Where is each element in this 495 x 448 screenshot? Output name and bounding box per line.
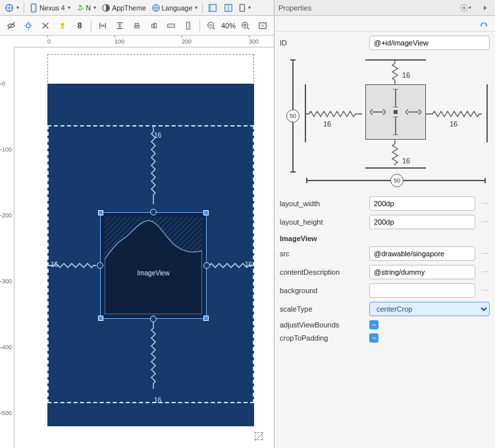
vertical-bias-knob[interactable]: 50 [286,109,300,123]
design-top-toolbar: Nexus 4 N AppTheme Language [0,0,274,16]
zoom-level: 40% [221,22,236,30]
id-field[interactable] [369,36,490,50]
svg-rect-22 [261,24,264,27]
constraint-anchor-top[interactable] [150,209,157,215]
device-picker[interactable]: Nexus 4 [27,1,72,14]
contentdesc-field[interactable] [369,265,475,279]
minimize-panel-icon[interactable] [477,1,491,15]
resize-handle-tr[interactable] [203,210,209,215]
theme-picker[interactable]: AppTheme [99,1,147,14]
align-v-icon[interactable] [147,18,161,33]
margin-right-label: 16 [245,261,252,268]
design-mode-icon[interactable] [205,1,220,15]
constraint-anchor-right[interactable] [203,262,210,269]
src-field[interactable] [369,246,475,261]
cw-margin-right[interactable]: 16 [450,120,457,128]
design-canvas[interactable]: 0 100 200 300 0 100 200 300 400 500 [0,36,274,448]
more-src-icon[interactable]: ⋯ [479,248,490,259]
zoom-fit-icon[interactable] [255,18,270,33]
orientation-icon[interactable] [237,1,251,15]
svg-rect-14 [135,26,140,28]
constraint-anchor-left[interactable] [97,262,103,269]
constraint-box[interactable] [365,84,426,140]
src-label: src [280,250,365,258]
more-width-icon[interactable]: ⋯ [479,198,490,209]
device-corner-marker [255,432,263,440]
resize-handle-tl[interactable] [98,210,103,215]
margin-top-label: 16 [154,132,161,139]
svg-rect-9 [240,4,245,11]
svg-rect-1 [32,3,36,11]
properties-header: Properties ▾ [274,0,495,16]
imageview-label: ImageView [101,269,206,277]
id-label: ID [280,39,365,47]
infer-constraints-icon[interactable] [55,18,70,33]
layout-height-field[interactable] [369,215,475,229]
svg-rect-13 [135,23,138,25]
pack-h-icon[interactable] [95,18,110,33]
default-margin[interactable]: 8 [72,18,87,33]
svg-rect-6 [209,4,212,11]
pack-v-icon[interactable] [113,18,127,33]
margin-left-label: 16 [51,261,58,268]
settings-icon[interactable]: ▾ [458,1,473,15]
margin-bottom-label: 16 [154,397,161,404]
svg-point-2 [79,5,82,7]
contentdesc-label: contentDescription [280,268,365,276]
toggle-view-icon[interactable] [477,16,491,31]
svg-point-25 [463,7,465,9]
language-picker[interactable]: Language [149,1,200,14]
svg-rect-11 [26,24,30,27]
blueprint-mode-icon[interactable] [221,1,236,15]
ruler-vertical: 0 100 200 300 400 500 [0,47,14,448]
cw-margin-bottom[interactable]: 16 [402,157,410,165]
background-field[interactable] [369,283,475,298]
adjustviewbounds-label: adjustViewBounds [280,321,365,329]
svg-point-12 [61,22,64,26]
more-background-icon[interactable]: ⋯ [479,285,490,296]
horizontal-bias-knob[interactable]: 50 [390,174,404,187]
resize-handle-br[interactable] [203,316,209,321]
zoom-out-icon[interactable] [204,18,219,33]
layout-width-label: layout_width [280,200,365,208]
api-picker[interactable]: N [74,1,99,14]
palette-menu[interactable] [3,1,21,14]
scaletype-select[interactable]: centerCrop [369,302,490,316]
clear-constraints-icon[interactable] [38,18,53,33]
svg-rect-16 [155,23,157,28]
align-h-icon[interactable] [130,18,144,33]
resize-handle-bl[interactable] [98,316,103,321]
guideline-v-icon[interactable] [181,18,195,33]
background-label: background [280,287,365,294]
layout-width-field[interactable] [369,196,475,211]
vertical-bias-slider[interactable]: 50 [286,59,300,173]
croptopadding-label: cropToPadding [280,334,365,342]
croptopadding-checkbox[interactable] [369,333,378,343]
more-height-icon[interactable]: ⋯ [479,217,490,227]
imageview-section: ImageView [280,235,490,242]
layout-height-label: layout_height [280,218,365,226]
zoom-in-icon[interactable] [238,18,253,33]
adjustviewbounds-checkbox[interactable] [369,320,378,329]
constraint-anchor-bottom[interactable] [150,316,157,322]
svg-line-10 [8,22,15,29]
design-second-toolbar: 8 40% [0,16,274,36]
more-contentdesc-icon[interactable]: ⋯ [479,267,490,277]
cw-margin-top[interactable]: 16 [402,71,410,79]
constraint-widget[interactable]: 50 16 16 [280,54,490,190]
horizontal-bias-slider[interactable]: 50 [306,174,486,187]
autoconnect-icon[interactable] [21,18,36,33]
properties-title: Properties [278,4,311,12]
scaletype-label: scaleType [280,305,365,313]
selected-imageview[interactable]: ImageView [100,212,207,319]
svg-rect-15 [152,24,154,27]
svg-rect-8 [227,4,230,11]
guideline-h-icon[interactable] [164,18,178,33]
view-options-icon[interactable] [4,18,18,33]
ruler-horizontal: 0 100 200 300 [14,36,274,47]
cw-margin-left[interactable]: 16 [323,120,331,128]
